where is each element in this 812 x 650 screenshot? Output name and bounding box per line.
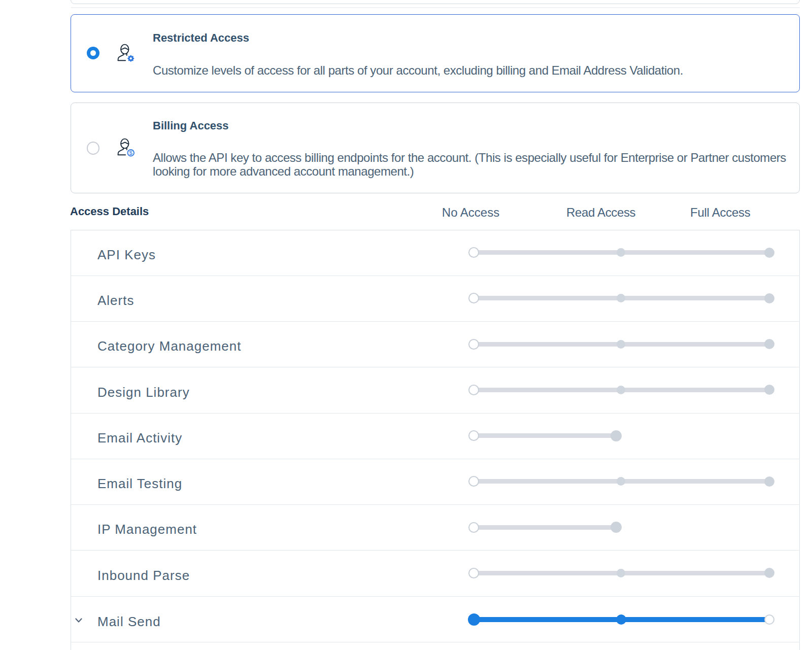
svg-text:$: $ (129, 150, 133, 156)
